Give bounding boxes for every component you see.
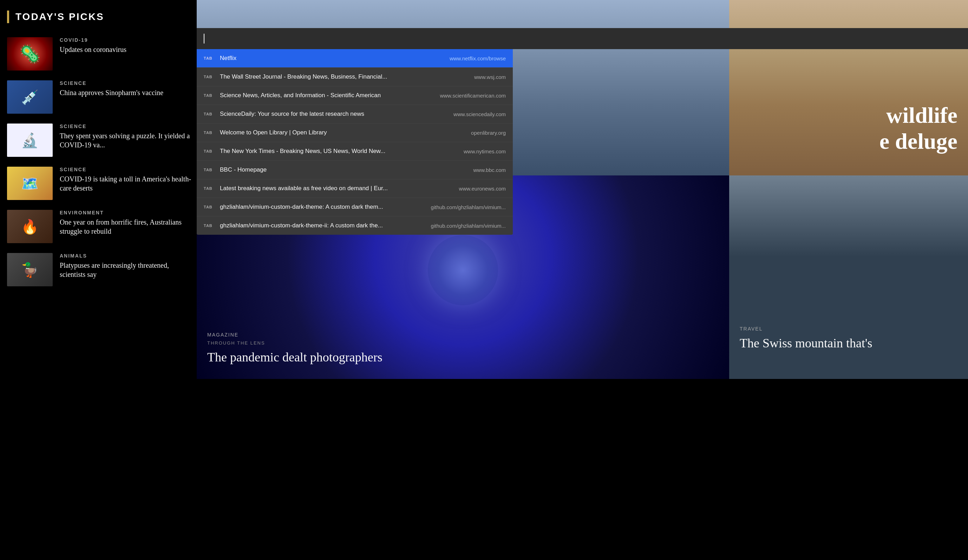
news-thumbnail bbox=[7, 37, 53, 71]
tab-badge: TAB bbox=[204, 186, 214, 190]
news-thumbnail bbox=[7, 253, 53, 286]
tab-item[interactable]: TAB Latest breaking news available as fr… bbox=[197, 179, 513, 198]
news-content: ANIMALS Platypuses are increasingly thre… bbox=[60, 253, 193, 279]
tab-item[interactable]: TAB Science News, Articles, and Informat… bbox=[197, 86, 513, 105]
news-thumbnail bbox=[7, 167, 53, 200]
travel-category: TRAVEL bbox=[740, 326, 958, 332]
list-item[interactable]: ANIMALS Platypuses are increasingly thre… bbox=[7, 253, 193, 286]
featured-right-card[interactable]: TRAVEL The Swiss mountain that's bbox=[729, 175, 968, 379]
featured-left-text: MAGAZINE THROUGH THE LENS The pandemic d… bbox=[207, 332, 719, 365]
list-item[interactable]: ENVIRONMENT One year on from horrific fi… bbox=[7, 210, 193, 243]
banner-right-image: wildlife e deluge bbox=[729, 0, 968, 175]
news-thumbnail bbox=[7, 124, 53, 157]
news-category: COVID-19 bbox=[60, 37, 193, 43]
news-thumbnail bbox=[7, 210, 53, 243]
news-content: ENVIRONMENT One year on from horrific fi… bbox=[60, 210, 193, 236]
tab-item[interactable]: TAB The Wall Street Journal - Breaking N… bbox=[197, 68, 513, 86]
news-headline: Platypuses are increasingly threatened, … bbox=[60, 261, 193, 279]
address-input[interactable] bbox=[207, 35, 961, 43]
tab-title: ghzliahlam/vimium-custom-dark-theme: A c… bbox=[220, 203, 424, 210]
news-headline: China approves Sinopharm's vaccine bbox=[60, 88, 193, 97]
travel-text: TRAVEL The Swiss mountain that's bbox=[740, 326, 958, 351]
news-content: COVID-19 Updates on coronavirus bbox=[60, 37, 193, 54]
tab-item[interactable]: TAB ghzliahlam/vimium-custom-dark-theme:… bbox=[197, 198, 513, 216]
news-category: SCIENCE bbox=[60, 167, 193, 172]
sidebar-title: TODAY'S PICKS bbox=[15, 11, 104, 23]
featured-headline: The pandemic dealt photographers bbox=[207, 350, 719, 365]
wildlife-line1: wildlife bbox=[880, 102, 958, 129]
cursor bbox=[204, 34, 204, 43]
tab-badge: TAB bbox=[204, 75, 214, 79]
sidebar: TODAY'S PICKS COVID-19 Updates on corona… bbox=[0, 0, 200, 560]
tab-item[interactable]: TAB Welcome to Open Library | Open Libra… bbox=[197, 124, 513, 142]
list-item[interactable]: SCIENCE China approves Sinopharm's vacci… bbox=[7, 80, 193, 114]
news-category: ENVIRONMENT bbox=[60, 210, 193, 215]
tab-badge: TAB bbox=[204, 93, 214, 97]
tab-title: Latest breaking news available as free v… bbox=[220, 185, 429, 192]
jellyfish-image bbox=[428, 235, 498, 305]
tab-item[interactable]: TAB ghzliahlam/vimium-custom-dark-theme-… bbox=[197, 216, 513, 235]
tab-badge: TAB bbox=[204, 223, 214, 228]
featured-category: MAGAZINE bbox=[207, 332, 719, 337]
featured-subcategory: THROUGH THE LENS bbox=[207, 340, 719, 345]
tab-badge: TAB bbox=[204, 205, 214, 209]
tab-url: www.sciencedaily.com bbox=[436, 111, 506, 117]
news-category: SCIENCE bbox=[60, 124, 193, 129]
tab-badge: TAB bbox=[204, 149, 214, 153]
news-headline: One year on from horrific fires, Austral… bbox=[60, 218, 193, 236]
tab-badge: TAB bbox=[204, 56, 214, 60]
news-category: ANIMALS bbox=[60, 253, 193, 259]
tab-item[interactable]: TAB ScienceDaily: Your source for the la… bbox=[197, 105, 513, 124]
tab-url: www.bbc.com bbox=[436, 167, 506, 173]
news-category: SCIENCE bbox=[60, 80, 193, 86]
tab-title: ghzliahlam/vimium-custom-dark-theme-ii: … bbox=[220, 222, 424, 229]
address-bar[interactable] bbox=[197, 28, 968, 49]
tab-title: BBC - Homepage bbox=[220, 166, 429, 173]
list-item[interactable]: SCIENCE COVID-19 is taking a toll in Ame… bbox=[7, 167, 193, 200]
tab-title: Science News, Articles, and Information … bbox=[220, 92, 429, 99]
tab-url: www.nytimes.com bbox=[436, 149, 506, 154]
tab-title: Netflix bbox=[220, 55, 429, 62]
tab-url: www.netflix.com/browse bbox=[436, 55, 506, 61]
tab-title: Welcome to Open Library | Open Library bbox=[220, 129, 429, 136]
tab-title: The Wall Street Journal - Breaking News,… bbox=[220, 73, 429, 80]
tab-dropdown: TAB Netflix www.netflix.com/browse TAB T… bbox=[197, 49, 513, 235]
tab-url: github.com/ghzliahlam/vimium... bbox=[431, 223, 506, 229]
travel-headline: The Swiss mountain that's bbox=[740, 336, 958, 351]
news-content: SCIENCE They spent years solving a puzzl… bbox=[60, 124, 193, 149]
tab-url: www.wsj.com bbox=[436, 74, 506, 80]
tab-url: openlibrary.org bbox=[436, 130, 506, 136]
tab-badge: TAB bbox=[204, 168, 214, 172]
list-item[interactable]: SCIENCE They spent years solving a puzzl… bbox=[7, 124, 193, 157]
tab-item[interactable]: TAB BBC - Homepage www.bbc.com bbox=[197, 161, 513, 179]
sidebar-header: TODAY'S PICKS bbox=[7, 10, 193, 23]
wildlife-text-overlay: wildlife e deluge bbox=[880, 102, 958, 154]
accent-bar bbox=[7, 10, 9, 23]
tab-url: www.scientificamerican.com bbox=[436, 93, 506, 99]
list-item[interactable]: COVID-19 Updates on coronavirus bbox=[7, 37, 193, 71]
news-headline: COVID-19 is taking a toll in America's h… bbox=[60, 174, 193, 193]
tab-url: www.euronews.com bbox=[436, 186, 506, 192]
tab-badge: TAB bbox=[204, 131, 214, 135]
tab-title: The New York Times - Breaking News, US N… bbox=[220, 148, 429, 155]
wildlife-line2-prefix: e bbox=[880, 129, 895, 154]
tab-badge: TAB bbox=[204, 112, 214, 116]
news-content: SCIENCE COVID-19 is taking a toll in Ame… bbox=[60, 167, 193, 193]
tab-item[interactable]: TAB The New York Times - Breaking News, … bbox=[197, 142, 513, 161]
tab-url: github.com/ghzliahlam/vimium... bbox=[431, 204, 506, 210]
tab-title: ScienceDaily: Your source for the latest… bbox=[220, 111, 429, 117]
news-headline: They spent years solving a puzzle. It yi… bbox=[60, 131, 193, 149]
tab-item[interactable]: TAB Netflix www.netflix.com/browse bbox=[197, 49, 513, 68]
news-headline: Updates on coronavirus bbox=[60, 45, 193, 54]
news-thumbnail bbox=[7, 80, 53, 114]
wildlife-line2: e deluge bbox=[880, 129, 958, 154]
news-content: SCIENCE China approves Sinopharm's vacci… bbox=[60, 80, 193, 97]
